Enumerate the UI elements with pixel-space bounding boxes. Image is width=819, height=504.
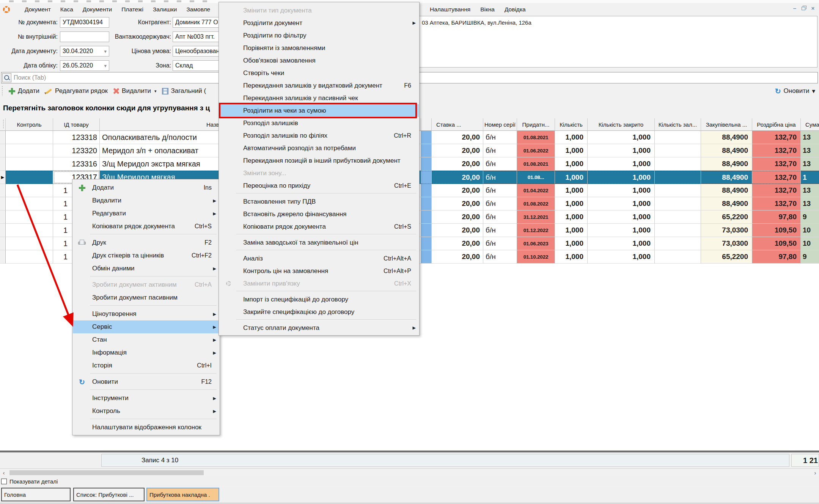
service-submenu-item-19[interactable]: Копіювати рядок документаCtrl+S [219,220,419,233]
table-cell-seriya[interactable]: б/н [483,184,517,197]
context-menu-item-6[interactable]: ДрукF2 [73,236,219,249]
bottom-tab-3[interactable]: Прибуткова накладна . [146,488,219,501]
table-cell-purchase[interactable]: 88,4900 [701,144,752,157]
table-cell-purchase[interactable]: 65,2200 [701,210,752,224]
table-cell-qty[interactable]: 1,000 [555,131,588,144]
table-header-cell-seriya[interactable]: Номер серії [483,118,517,131]
table-cell-qty_closed[interactable]: 1,000 [588,144,655,157]
menubar-item-4[interactable]: Платежі [121,5,144,14]
table-cell-flag[interactable] [421,131,432,144]
context-menu-item-19[interactable]: ↻ОновитиF12 [73,375,219,388]
service-submenu-item-23[interactable]: АналізCtrl+Alt+A [219,252,419,265]
menubar-right-item-1[interactable]: Налаштування [429,5,471,14]
context-menu-item-14[interactable]: Сервіс▶ [73,320,219,333]
table-cell-stavka[interactable]: 20,00 [432,250,483,264]
context-menu-item-7[interactable]: Друк стікерів та цінниківCtrl+F2 [73,249,219,262]
table-cell-control[interactable] [6,184,53,197]
table-cell-stavka[interactable]: 20,00 [432,157,483,171]
table-header-cell-purchase[interactable]: Закупівельна ... [701,118,752,131]
add-button[interactable]: Додати [9,87,39,95]
table-cell-prydatn[interactable]: 01.04.2022 [517,184,555,197]
table-cell-suma[interactable]: 1 [801,171,819,184]
table-cell-qty[interactable]: 1,000 [555,171,588,184]
table-header-cell-stavka[interactable]: Ставка ... [432,118,483,131]
context-menu-item-1[interactable]: ДодатиIns [73,181,219,194]
table-cell-purchase[interactable]: 88,4900 [701,131,752,144]
table-cell-id[interactable]: 123318 [53,131,100,144]
table-cell-suma[interactable]: 13 [801,184,819,197]
context-menu-item-24[interactable]: Налаштувати відображення колонок [73,421,219,434]
table-cell-control[interactable] [6,237,53,250]
table-cell-qty_rem[interactable] [655,131,701,144]
table-cell-purchase[interactable]: 88,4900 [701,197,752,210]
table-cell-stavka[interactable]: 20,00 [432,210,483,224]
context-menu-item-3[interactable]: Редагувати▶ [73,207,219,220]
table-cell-id[interactable]: 123316 [53,157,100,171]
service-submenu-item-10[interactable]: Розподіл залишків [219,117,419,129]
table-cell-control[interactable] [6,157,53,171]
service-submenu-item-21[interactable]: Заміна заводської та закупівельної цін [219,236,419,249]
table-header-cell-control[interactable]: Контроль [6,118,53,131]
table-cell-stavka[interactable]: 20,00 [432,171,483,184]
restore-button[interactable] [800,4,808,12]
table-cell-seriya[interactable]: б/н [483,157,517,171]
table-cell-purchase[interactable]: 88,4900 [701,171,752,184]
table-cell-suma[interactable]: 13 [801,197,819,210]
table-cell-qty_closed[interactable]: 1,000 [588,237,655,250]
table-cell-retail[interactable]: 132,70 [752,184,801,197]
table-cell-purchase[interactable]: 88,4900 [701,157,752,171]
service-submenu-item-8[interactable]: Перекидання залишків у пасивний чек [219,92,419,104]
table-cell-qty[interactable]: 1,000 [555,210,588,224]
service-submenu-item-24[interactable]: Контроль цін на замовленняCtrl+Alt+P [219,265,419,277]
table-cell-stavka[interactable]: 20,00 [432,237,483,250]
close-button[interactable]: × [809,4,817,12]
table-cell-qty_rem[interactable] [655,237,701,250]
table-cell-qty_closed[interactable]: 1,000 [588,157,655,171]
table-cell-qty_rem[interactable] [655,157,701,171]
table-header-cell-qty_rem[interactable]: Кількість зал... [655,118,701,131]
table-cell-prydatn[interactable]: 01.12.2022 [517,224,555,237]
table-cell-seriya[interactable]: б/н [483,237,517,250]
table-cell-seriya[interactable]: б/н [483,197,517,210]
table-cell-suma[interactable]: 9 [801,250,819,264]
table-cell-qty_closed[interactable]: 1,000 [588,131,655,144]
table-cell-qty[interactable]: 1,000 [555,224,588,237]
table-cell-qty[interactable]: 1,000 [555,144,588,157]
table-cell-qty[interactable]: 1,000 [555,184,588,197]
service-submenu-item-9[interactable]: Розділити на чеки за сумою [219,104,419,117]
table-cell-flag[interactable] [421,157,432,171]
table-cell-retail[interactable]: 97,80 [752,210,801,224]
table-cell-purchase[interactable]: 65,2200 [701,250,752,264]
table-cell-stavka[interactable]: 20,00 [432,184,483,197]
table-header-cell-retail[interactable]: Роздрібна ціна [752,118,801,131]
delete-button[interactable]: Видалити ▾ [113,87,156,95]
table-cell-purchase[interactable]: 73,0300 [701,224,752,237]
table-header-cell-id[interactable]: ІД товару [53,118,100,131]
context-menu-item-2[interactable]: Видалити▶ [73,194,219,207]
table-cell-retail[interactable]: 97,80 [752,250,801,264]
menubar-item-6[interactable]: Замовле [185,5,211,14]
table-cell-retail[interactable]: 109,50 [752,237,801,250]
table-cell-qty_closed[interactable]: 1,000 [588,197,655,210]
table-cell-qty_closed[interactable]: 1,000 [588,171,655,184]
table-cell-suma[interactable]: 10 [801,224,819,237]
service-submenu-item-18[interactable]: Встановіть джерело фінансування [219,208,419,220]
table-header-cell-suma[interactable]: Сума роз [801,118,819,131]
table-header-cell-qty[interactable]: Кількість [555,118,588,131]
menubar-item-3[interactable]: Документи [82,5,113,14]
context-menu-item-17[interactable]: ІсторіяCtrl+I [73,359,219,372]
table-cell-purchase[interactable]: 88,4900 [701,184,752,197]
table-cell-prydatn[interactable]: 01.10.2022 [517,250,555,264]
table-cell-seriya[interactable]: б/н [483,250,517,264]
table-cell-retail[interactable]: 132,70 [752,197,801,210]
scrollbar-thumb[interactable] [9,470,204,475]
table-cell-control[interactable] [6,144,53,157]
minimize-button[interactable]: – [791,4,799,12]
table-cell-qty_rem[interactable] [655,224,701,237]
table-cell-seriya[interactable]: б/н [483,171,517,184]
scroll-right-icon[interactable]: › [812,469,819,476]
service-submenu-item-28[interactable]: Закрийте специфікацією до договору [219,306,419,318]
total-button[interactable]: Загальний ( [162,87,206,95]
table-cell-qty[interactable]: 1,000 [555,197,588,210]
service-submenu-item-15[interactable]: Переоцінка по прихідуCtrl+E [219,179,419,192]
